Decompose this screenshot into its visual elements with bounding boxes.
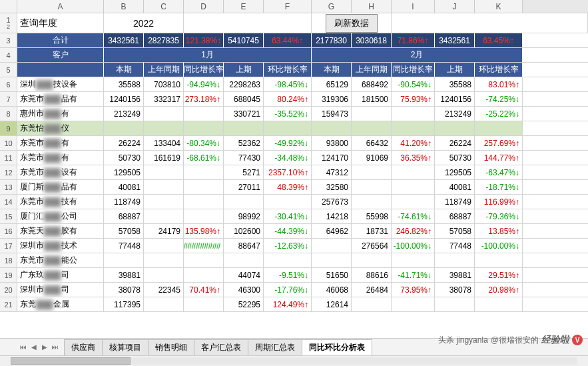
row-num[interactable]: 10 bbox=[0, 136, 17, 150]
customer-name[interactable]: 深圳市███司 bbox=[17, 283, 104, 297]
row-num[interactable]: 16 bbox=[0, 224, 17, 238]
data-cell[interactable]: 91069 bbox=[352, 151, 392, 165]
row-num[interactable]: 7 bbox=[0, 92, 17, 106]
data-cell[interactable]: 80.24%↑ bbox=[264, 92, 312, 106]
col-A[interactable]: A bbox=[17, 0, 104, 13]
data-cell[interactable] bbox=[475, 121, 523, 135]
data-cell[interactable]: -41.71%↓ bbox=[392, 268, 435, 282]
data-cell[interactable]: 213249 bbox=[104, 107, 144, 121]
data-cell[interactable]: 68887 bbox=[104, 209, 144, 223]
data-cell[interactable]: 51650 bbox=[312, 268, 352, 282]
data-cell[interactable]: 55998 bbox=[352, 209, 392, 223]
data-cell[interactable] bbox=[104, 121, 144, 135]
customer-name[interactable]: 惠州市███有 bbox=[17, 107, 104, 121]
data-cell[interactable] bbox=[475, 297, 523, 311]
h-scrollbar[interactable] bbox=[0, 355, 588, 366]
query-year-value[interactable]: 2022 bbox=[104, 13, 184, 33]
data-cell[interactable] bbox=[435, 121, 475, 135]
data-cell[interactable]: -94.94%↓ bbox=[184, 77, 224, 91]
col-G[interactable]: G bbox=[312, 0, 352, 13]
data-cell[interactable]: 57058 bbox=[435, 224, 475, 238]
data-cell[interactable]: 46068 bbox=[312, 283, 352, 297]
data-cell[interactable]: 332317 bbox=[144, 92, 184, 106]
data-cell[interactable] bbox=[184, 107, 224, 121]
data-cell[interactable]: 83.01%↑ bbox=[475, 77, 523, 91]
data-cell[interactable]: -68.61%↓ bbox=[184, 151, 224, 165]
data-cell[interactable]: 75.93%↑ bbox=[392, 92, 435, 106]
refresh-button[interactable]: 刷新数据 bbox=[326, 14, 378, 33]
data-cell[interactable] bbox=[264, 253, 312, 267]
row-num[interactable]: 20 bbox=[0, 283, 17, 297]
customer-name[interactable]: 东莞天███胶有 bbox=[17, 224, 104, 238]
sheet-tab[interactable]: 销售明细 bbox=[148, 339, 194, 355]
data-cell[interactable]: 129505 bbox=[104, 165, 144, 179]
col-K[interactable]: K bbox=[475, 0, 523, 13]
data-cell[interactable]: 22345 bbox=[144, 283, 184, 297]
data-cell[interactable] bbox=[184, 297, 224, 311]
col-B[interactable]: B bbox=[104, 0, 144, 13]
data-cell[interactable] bbox=[144, 180, 184, 194]
data-cell[interactable]: 2298263 bbox=[224, 77, 264, 91]
data-cell[interactable]: 48.39%↑ bbox=[264, 180, 312, 194]
data-cell[interactable]: 124.49%↑ bbox=[264, 297, 312, 311]
data-cell[interactable] bbox=[184, 180, 224, 194]
customer-name[interactable]: 东莞市███有 bbox=[17, 136, 104, 150]
data-cell[interactable]: 118749 bbox=[435, 195, 475, 209]
customer-name[interactable]: 东莞市███品有 bbox=[17, 92, 104, 106]
data-cell[interactable]: 1240156 bbox=[104, 92, 144, 106]
data-cell[interactable] bbox=[184, 268, 224, 282]
data-cell[interactable] bbox=[144, 297, 184, 311]
data-cell[interactable]: 129505 bbox=[435, 165, 475, 179]
data-cell[interactable]: 46300 bbox=[224, 283, 264, 297]
row-num[interactable]: 19 bbox=[0, 268, 17, 282]
data-cell[interactable]: 257.69%↑ bbox=[475, 136, 523, 150]
data-cell[interactable] bbox=[144, 195, 184, 209]
customer-name[interactable]: 东莞市███技有 bbox=[17, 195, 104, 209]
customer-name[interactable]: 东莞███金属 bbox=[17, 297, 104, 311]
data-cell[interactable] bbox=[144, 209, 184, 223]
data-cell[interactable]: 246.82%↑ bbox=[392, 224, 435, 238]
customer-name[interactable]: 东莞市███能公 bbox=[17, 253, 104, 267]
row-num[interactable]: 17 bbox=[0, 239, 17, 253]
data-cell[interactable] bbox=[392, 195, 435, 209]
data-cell[interactable] bbox=[144, 239, 184, 253]
selectall-corner[interactable] bbox=[0, 0, 17, 13]
sheet-tab[interactable]: 客户汇总表 bbox=[194, 339, 248, 355]
data-cell[interactable]: 102600 bbox=[224, 224, 264, 238]
row-num[interactable]: 21 bbox=[0, 297, 17, 311]
data-cell[interactable] bbox=[144, 253, 184, 267]
data-cell[interactable]: 66432 bbox=[352, 136, 392, 150]
data-cell[interactable] bbox=[352, 180, 392, 194]
customer-name[interactable]: 东莞市███设有 bbox=[17, 165, 104, 179]
customer-name[interactable]: 深圳市███技术 bbox=[17, 239, 104, 253]
data-cell[interactable] bbox=[475, 253, 523, 267]
data-cell[interactable]: 703810 bbox=[144, 77, 184, 91]
data-cell[interactable]: 64962 bbox=[312, 224, 352, 238]
data-cell[interactable]: 47312 bbox=[312, 165, 352, 179]
data-cell[interactable]: 38078 bbox=[104, 283, 144, 297]
data-cell[interactable]: 52362 bbox=[224, 136, 264, 150]
data-cell[interactable]: ############# bbox=[184, 239, 224, 253]
data-cell[interactable]: 273.18%↑ bbox=[184, 92, 224, 106]
data-cell[interactable] bbox=[224, 121, 264, 135]
data-cell[interactable]: 98992 bbox=[224, 209, 264, 223]
data-cell[interactable]: -74.25%↓ bbox=[475, 92, 523, 106]
data-cell[interactable]: 144.77%↑ bbox=[475, 151, 523, 165]
row-num[interactable]: 11 bbox=[0, 151, 17, 165]
data-cell[interactable]: 26224 bbox=[104, 136, 144, 150]
data-cell[interactable]: 319306 bbox=[312, 92, 352, 106]
data-cell[interactable]: 65129 bbox=[312, 77, 352, 91]
row-num[interactable]: 12 bbox=[0, 165, 17, 179]
data-cell[interactable]: -18.71%↓ bbox=[475, 180, 523, 194]
data-cell[interactable]: 35588 bbox=[104, 77, 144, 91]
row-num[interactable]: 5 bbox=[0, 63, 17, 77]
data-cell[interactable]: 257673 bbox=[312, 195, 352, 209]
data-cell[interactable]: 29.51%↑ bbox=[475, 268, 523, 282]
col-I[interactable]: I bbox=[392, 0, 435, 13]
customer-name[interactable]: 东莞怡███仪 bbox=[17, 121, 104, 135]
data-cell[interactable]: 50730 bbox=[435, 151, 475, 165]
data-cell[interactable] bbox=[144, 268, 184, 282]
data-cell[interactable] bbox=[312, 253, 352, 267]
data-cell[interactable]: -17.76%↓ bbox=[264, 283, 312, 297]
data-cell[interactable]: 133404 bbox=[144, 136, 184, 150]
